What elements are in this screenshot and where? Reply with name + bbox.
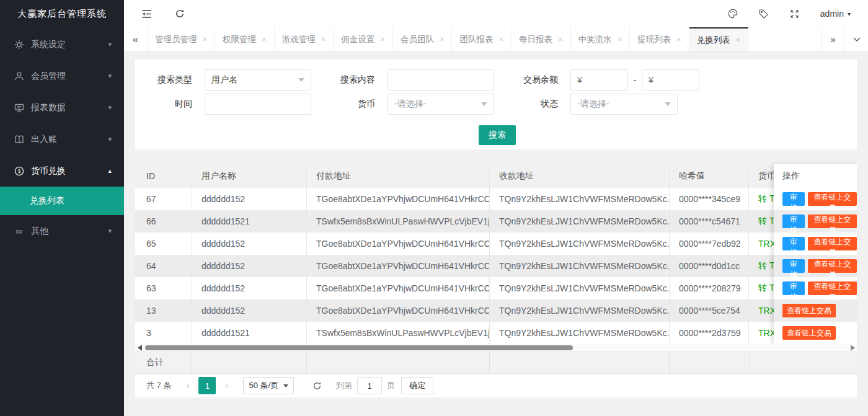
tab-admin-management[interactable]: 管理员管理 ×: [148, 27, 215, 51]
next-page-icon[interactable]: ›: [218, 380, 234, 391]
cell-recv-address: TQn9Y2khEsLJW1ChVWFMSMeRDow5Kc...: [490, 188, 670, 210]
prev-page-icon[interactable]: ‹: [180, 380, 196, 391]
status-select[interactable]: -请选择-: [570, 94, 678, 115]
current-page-button[interactable]: 1: [198, 377, 216, 394]
chevron-down-icon: ▾: [108, 40, 112, 48]
scrollbar-track[interactable]: [144, 344, 848, 352]
tabs-dropdown-icon[interactable]: [844, 27, 868, 51]
refresh-icon[interactable]: [167, 0, 192, 27]
search-button[interactable]: 搜索: [479, 125, 516, 145]
page-size-select[interactable]: 50 条/页: [243, 377, 294, 394]
theme-palette-icon[interactable]: [717, 0, 748, 27]
scroll-right-icon[interactable]: [848, 344, 857, 352]
close-icon[interactable]: ×: [380, 35, 385, 44]
audit-button[interactable]: 审核: [782, 237, 805, 250]
pagination-refresh-icon[interactable]: [308, 381, 326, 391]
confirm-button[interactable]: 确定: [401, 377, 433, 394]
tabs-scroll-left-icon[interactable]: «: [124, 27, 148, 51]
view-chain-tx-button[interactable]: 查看链上交易: [782, 304, 836, 317]
main-content: 搜索类型 用户名 搜索内容 交易余额 - 时间 货币 -请选择-: [124, 52, 868, 416]
fixed-operation-column: 操作 审核 查看链上交易 审核 查看链上交易 审核 查看链上交易 审核 查看链上…: [774, 164, 857, 344]
tab-game-management[interactable]: 游戏管理 ×: [275, 27, 334, 51]
tab-daily-report[interactable]: 每日报表 ×: [512, 27, 571, 51]
tab-commission-settings[interactable]: 佣金设置 ×: [334, 27, 393, 51]
page-size-value: 50 条/页: [249, 380, 278, 391]
audit-button[interactable]: 审核: [782, 281, 805, 295]
sidebar-item-report-data[interactable]: 报表数据 ▾: [0, 92, 124, 123]
tab-withdrawal-list[interactable]: 提现列表 ×: [630, 27, 689, 51]
col-header-id: ID: [135, 164, 192, 188]
tabs-scroll-right-icon[interactable]: »: [821, 27, 844, 51]
user-menu[interactable]: admin ▾: [810, 9, 868, 19]
table-row: 13 dddddd152 TGoe8abtXDe1aYPVhjwDCUmH641…: [135, 299, 857, 322]
cell-id: 63: [135, 277, 192, 299]
balance-max-input[interactable]: [642, 69, 699, 91]
tab-label: 提现列表: [637, 34, 671, 45]
time-input[interactable]: [205, 94, 311, 115]
view-chain-tx-button[interactable]: 查看链上交易: [808, 215, 857, 228]
tab-team-report[interactable]: 团队报表 ×: [452, 27, 512, 51]
close-icon[interactable]: ×: [558, 35, 563, 44]
search-content-input[interactable]: [388, 69, 494, 91]
search-form-row-1: 搜索类型 用户名 搜索内容 交易余额 -: [135, 69, 699, 91]
cell-username: dddddd152: [192, 255, 307, 277]
close-icon[interactable]: ×: [736, 35, 741, 45]
tab-permission-management[interactable]: 权限管理 ×: [215, 27, 275, 51]
sidebar-item-other[interactable]: ∞ 其他 ▾: [0, 215, 124, 247]
close-icon[interactable]: ×: [618, 35, 622, 44]
close-icon[interactable]: ×: [321, 35, 326, 44]
close-icon[interactable]: ×: [440, 35, 445, 44]
close-icon[interactable]: ×: [498, 35, 503, 44]
operation-cell: 审核 查看链上交易: [774, 277, 857, 299]
audit-button[interactable]: 审核: [782, 259, 805, 273]
tab-winning-flow[interactable]: 中奖流水 ×: [571, 27, 631, 51]
cell-hash: 0000****5ce754: [670, 299, 749, 322]
report-icon: [14, 102, 24, 113]
operation-cell: 查看链上交易: [774, 299, 857, 322]
scroll-left-icon[interactable]: [135, 344, 144, 352]
goto-page-input[interactable]: [357, 377, 382, 394]
sidebar-item-system-settings[interactable]: 系统设定 ▾: [0, 29, 124, 60]
close-icon[interactable]: ×: [203, 35, 208, 44]
sidebar-item-member-management[interactable]: 会员管理 ▾: [0, 60, 124, 92]
tag-icon[interactable]: [748, 0, 779, 27]
search-type-select[interactable]: 用户名: [205, 69, 311, 91]
coin-icon: $: [14, 166, 24, 176]
close-icon[interactable]: ×: [676, 35, 681, 44]
summary-cell: [192, 352, 307, 373]
status-select-value: -请选择-: [577, 99, 609, 110]
tab-exchange-list[interactable]: 兑换列表 ×: [689, 27, 749, 51]
tab-label: 权限管理: [223, 34, 256, 45]
user-icon: [14, 71, 24, 81]
view-chain-tx-button[interactable]: 查看链上交易: [808, 192, 857, 206]
tab-member-team[interactable]: 会员团队 ×: [393, 27, 453, 51]
view-chain-tx-button[interactable]: 查看链上交易: [782, 326, 836, 340]
view-chain-tx-button[interactable]: 查看链上交易: [808, 259, 857, 273]
sidebar-item-transactions[interactable]: 出入账 ▾: [0, 123, 124, 155]
tab-label: 佣金设置: [341, 34, 374, 45]
sidebar-subitem-exchange-list[interactable]: 兑换列表: [0, 187, 124, 215]
chevron-down-icon: [481, 102, 487, 106]
currency-select[interactable]: -请选择-: [388, 94, 494, 115]
sidebar-item-currency-exchange[interactable]: $ 货币兑换 ▴: [0, 155, 124, 187]
cell-hash: 0000****345ce9: [670, 188, 749, 210]
total-count: 共 7 条: [146, 380, 171, 391]
ledger-icon: [14, 134, 24, 144]
col-header-recv-address: 收款地址: [490, 164, 670, 188]
view-chain-tx-button[interactable]: 查看链上交易: [808, 237, 857, 250]
tabbar-spacer: [748, 27, 821, 51]
col-header-operation: 操作: [774, 164, 857, 188]
view-chain-tx-button[interactable]: 查看链上交易: [808, 281, 857, 295]
scrollbar-thumb[interactable]: [145, 345, 573, 350]
sidebar-collapse-icon[interactable]: [134, 0, 159, 27]
cell-recv-address: TQn9Y2khEsLJW1ChVWFMSMeRDow5Kc...: [490, 210, 670, 232]
close-icon[interactable]: ×: [262, 35, 267, 44]
cell-pay-address: TGoe8abtXDe1aYPVhjwDCUmH641VHkrCCX: [307, 277, 490, 299]
audit-button[interactable]: 审核: [782, 215, 805, 228]
chevron-down-icon: ▾: [108, 104, 112, 112]
summary-row: 合计: [135, 352, 857, 374]
balance-min-input[interactable]: [570, 69, 628, 91]
audit-button[interactable]: 审核: [782, 192, 805, 206]
cell-hash: 0000****7edb92: [670, 232, 749, 255]
fullscreen-icon[interactable]: [779, 0, 810, 27]
